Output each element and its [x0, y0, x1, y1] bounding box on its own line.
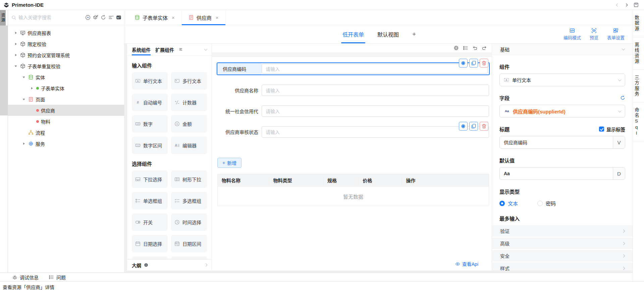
display-type-radio-2[interactable]: 密码 — [537, 200, 556, 207]
palette-menu-icon[interactable] — [179, 47, 183, 53]
action-code[interactable]: 编码模式 — [564, 28, 581, 41]
form-field-1[interactable]: 供应商编码请输入 — [217, 62, 490, 75]
component-chip-tree-select[interactable]: 树形下拉 — [171, 171, 207, 188]
component-chip-radio-group[interactable]: 单选框组 — [132, 192, 168, 209]
tab-close-icon[interactable]: × — [216, 15, 219, 20]
refresh-icon[interactable] — [101, 15, 106, 20]
component-chip-clock[interactable]: 时间选择 — [171, 213, 207, 231]
component-chip-calendar[interactable]: 日期选择 — [132, 235, 168, 252]
nav-back-icon[interactable] — [615, 3, 620, 7]
show-label-checkbox[interactable] — [599, 127, 604, 132]
field-settings-button[interactable] — [459, 59, 468, 67]
tree-item-11[interactable]: 服务 — [8, 138, 124, 149]
component-chip-check-group[interactable]: 多选框组 — [171, 192, 207, 209]
outline-icon[interactable] — [463, 45, 468, 51]
tree-item-8[interactable]: 供应商 — [8, 105, 124, 116]
tree-item-7[interactable]: 页面 — [8, 94, 124, 105]
rail-tab-resources[interactable]: 资源 — [0, 10, 6, 26]
field-delete-button[interactable] — [480, 122, 488, 131]
form-field-3[interactable]: 统一社会信用代请输入 — [217, 105, 489, 117]
search-input[interactable] — [18, 15, 83, 20]
translate-icon[interactable]: A — [116, 15, 121, 20]
tab-close-icon[interactable]: × — [172, 15, 175, 20]
tree-item-10[interactable]: 流程 — [8, 127, 124, 138]
add-view-button[interactable]: + — [412, 25, 416, 43]
props-section-4[interactable]: 样式 — [492, 262, 633, 271]
form-field-2[interactable]: 供应商名称请输入 — [217, 85, 489, 96]
globe-icon[interactable] — [453, 45, 459, 51]
bottom-tab-2[interactable]: 问题 — [49, 274, 66, 281]
display-type-radio-1[interactable]: 文本 — [499, 200, 518, 207]
field-refresh-icon[interactable] — [620, 95, 625, 100]
view-tab-2[interactable]: 默认视图 — [377, 25, 399, 43]
title-input[interactable] — [500, 136, 613, 148]
tree-item-6[interactable]: 子表单实体 — [8, 83, 124, 94]
field-select[interactable]: Aa 供应商编码(supplierId) — [499, 105, 625, 117]
ai-icon[interactable]: AI — [85, 15, 91, 20]
palette-tab-1[interactable]: 系统组件 — [132, 44, 151, 55]
outline-bar[interactable]: 大纲 — [127, 259, 212, 271]
field-input[interactable]: 请输入 — [262, 85, 489, 96]
component-chip-star[interactable]: 评分 — [132, 256, 168, 259]
cube-plus-icon[interactable] — [93, 15, 98, 20]
right-rail-tab-4[interactable]: 命名Sql — [633, 102, 644, 142]
tree-item-1[interactable]: 供应商报表 — [8, 27, 124, 38]
add-row-button[interactable]: +新增 — [217, 158, 241, 168]
component-chip-num123[interactable]: 123数字 — [132, 115, 168, 133]
view-api-link[interactable]: 查看Api — [455, 260, 478, 267]
default-value-input[interactable] — [500, 167, 613, 180]
field-input[interactable]: 请输入 — [262, 126, 489, 138]
component-chip-in-multi[interactable]: A多行文本 — [171, 72, 207, 90]
tree-item-9[interactable]: 物料 — [8, 116, 124, 127]
outline-expand-chevron-icon[interactable] — [204, 263, 208, 267]
right-rail-tab-2[interactable]: 离线资源 — [633, 37, 644, 70]
palette-collapse-chevron-icon[interactable] — [204, 47, 208, 51]
component-chip-calendar-range[interactable]: 日期区间 — [171, 235, 207, 252]
tree-caret-icon[interactable] — [21, 76, 26, 79]
tree-caret-icon[interactable] — [21, 142, 26, 145]
field-copy-button[interactable] — [469, 59, 478, 67]
component-chip-select[interactable]: 下拉选择 — [132, 171, 168, 188]
component-chip-switch[interactable]: 开关 — [132, 213, 168, 231]
palette-tab-2[interactable]: 扩展组件 — [155, 44, 174, 55]
tree-item-4[interactable]: 子表单重复校验 — [8, 60, 124, 71]
field-delete-button[interactable] — [480, 59, 488, 67]
component-chip-counter[interactable]: +−计数器 — [171, 94, 207, 111]
tree-item-2[interactable]: 限定校验 — [8, 38, 124, 49]
component-chip-range13[interactable]: 1~3数字区间 — [132, 137, 168, 154]
undo-icon[interactable] — [472, 45, 478, 51]
action-eye-scan[interactable]: 预览 — [590, 28, 598, 41]
title-fx-button[interactable]: V — [613, 136, 625, 148]
field-input[interactable]: 请输入 — [262, 64, 488, 74]
doc-tab-1[interactable]: 子表单实体× — [128, 10, 182, 25]
tree-caret-icon[interactable] — [21, 98, 26, 101]
nav-forward-icon[interactable] — [624, 3, 629, 7]
bottom-tab-1[interactable]: 调试信息 — [12, 274, 39, 281]
save-layout-icon[interactable] — [634, 2, 639, 7]
component-chip-editor[interactable]: A编辑器 — [171, 137, 207, 154]
view-tab-1[interactable]: 低开表单 — [342, 25, 364, 43]
props-section-basic[interactable]: 基础 — [492, 44, 633, 55]
tree-caret-icon[interactable] — [13, 64, 18, 68]
props-section-3[interactable]: 安全 — [492, 250, 633, 261]
redo-icon[interactable] — [482, 45, 487, 51]
tree-item-3[interactable]: 预约会议室管理系统 — [8, 49, 124, 60]
component-chip-hash[interactable]: #自动编号 — [132, 94, 168, 111]
collapse-chevron-icon[interactable] — [622, 47, 625, 50]
field-input[interactable]: 请输入 — [262, 105, 489, 117]
tree-caret-icon[interactable] — [13, 53, 18, 57]
field-settings-button[interactable] — [459, 122, 468, 131]
action-grid[interactable]: 表单设置 — [607, 28, 625, 41]
right-rail-tab-3[interactable]: 三方服务 — [633, 70, 644, 102]
component-select[interactable]: A 单行文本 — [499, 74, 625, 86]
component-chip-money[interactable]: ¥金额 — [171, 115, 207, 133]
component-chip-in-single[interactable]: A单行文本 — [132, 72, 168, 90]
field-copy-button[interactable] — [469, 122, 478, 131]
tree-caret-icon[interactable] — [30, 87, 34, 90]
tree-item-5[interactable]: 实体 — [8, 71, 124, 83]
sort-icon[interactable] — [108, 15, 114, 20]
doc-tab-2[interactable]: 供应商× — [182, 10, 226, 25]
props-section-2[interactable]: 高级 — [492, 238, 633, 249]
props-section-1[interactable]: 验证 — [492, 225, 633, 237]
default-fx-button[interactable]: D — [613, 167, 625, 180]
